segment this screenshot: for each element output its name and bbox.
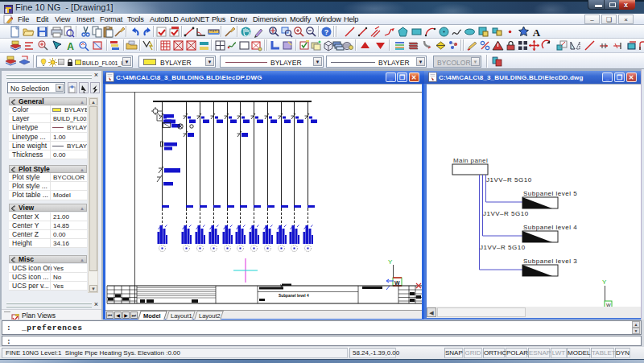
svg-text:W: W [394, 280, 400, 286]
svg-text:J1VV–R 5G10: J1VV–R 5G10 [483, 210, 529, 217]
svg-text:Subpanel level 4: Subpanel level 4 [523, 224, 577, 231]
svg-text:Main panel: Main panel [453, 157, 488, 164]
svg-text:Subpanel level 5: Subpanel level 5 [523, 190, 577, 197]
svg-text:J1VV–R 5G10: J1VV–R 5G10 [486, 176, 532, 184]
svg-text:A: A [533, 27, 541, 39]
svg-text:Subpanel level 4: Subpanel level 4 [279, 294, 309, 298]
svg-text:?: ? [324, 28, 329, 36]
svg-text:Y: Y [602, 278, 607, 286]
svg-text:Y: Y [388, 258, 393, 266]
svg-text:J1VV–R 5G10: J1VV–R 5G10 [480, 244, 526, 251]
svg-text:Subpanel level 3: Subpanel level 3 [523, 258, 577, 265]
svg-text:A: A [67, 41, 74, 52]
